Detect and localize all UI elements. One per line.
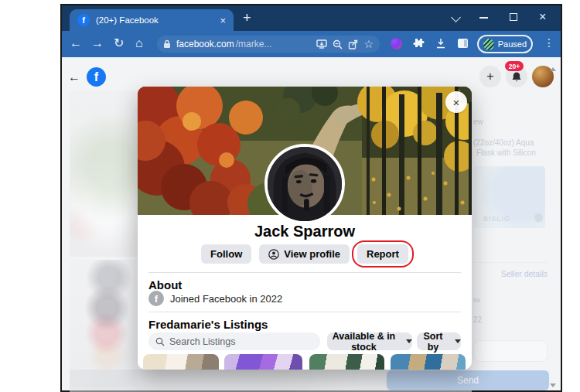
search-input[interactable] — [169, 336, 301, 347]
page-back-arrow[interactable]: ← — [68, 70, 80, 84]
bell-icon — [511, 71, 522, 83]
view-profile-label: View profile — [284, 248, 340, 260]
notification-badge: 20+ — [505, 61, 524, 71]
facebook-favicon-icon: f — [77, 14, 90, 26]
tab-title: (20+) Facebook — [96, 15, 213, 25]
profile-name: Jack Sparrow — [138, 223, 472, 240]
close-window-button[interactable]: × — [539, 10, 546, 24]
browser-menu-kebab-icon[interactable]: ⋮ — [544, 36, 554, 49]
divider — [148, 312, 461, 312]
scrollbar-up-arrow-icon[interactable] — [550, 67, 556, 71]
bg-text-fragment-year: 22 — [473, 315, 482, 324]
bg-item-title-line2: Flask with Silicon — [476, 148, 536, 157]
person-icon — [268, 249, 279, 260]
screenshot-canvas: f (20+) Facebook × + × ← → ↻ ⌂ facebook.… — [0, 0, 580, 392]
tab-close-icon[interactable]: × — [220, 15, 226, 26]
install-app-icon[interactable] — [316, 39, 327, 49]
listing-thumbnail[interactable] — [224, 354, 302, 370]
report-button[interactable]: Report — [357, 244, 408, 264]
side-panel-icon[interactable] — [457, 38, 469, 49]
close-icon: × — [453, 96, 460, 109]
url-host: facebook.com — [176, 39, 234, 49]
listing-thumbnail[interactable] — [143, 354, 219, 370]
profile-modal: × Jack Sparrow Follow — [138, 87, 472, 370]
extension-logo-icon[interactable] — [391, 38, 402, 49]
bg-text-fragment-mid: ss — [473, 296, 480, 304]
seller-details-link[interactable]: Seller details — [473, 269, 548, 278]
sort-by-button[interactable]: Sort by — [417, 332, 461, 350]
action-button-row: Follow View profile Report — [138, 244, 472, 264]
downloads-icon[interactable] — [435, 38, 446, 49]
create-plus-button[interactable]: + — [479, 66, 501, 87]
lock-icon — [163, 39, 171, 49]
browser-tab[interactable]: f (20+) Facebook × — [70, 9, 234, 31]
report-label: Report — [367, 248, 399, 260]
scrollbar-down-arrow-icon[interactable] — [550, 383, 556, 387]
bookmark-star-icon[interactable]: ☆ — [363, 39, 374, 49]
follow-button[interactable]: Follow — [201, 244, 251, 264]
extension-paused-button[interactable]: Paused — [477, 35, 533, 53]
caret-down-icon — [406, 339, 412, 343]
map-info-icon — [534, 213, 543, 222]
send-button[interactable]: Send — [387, 370, 549, 390]
modal-close-button[interactable]: × — [445, 91, 467, 113]
map-city-label: BISLIG — [483, 215, 510, 223]
bg-item-title-line1: (22oz/40oz) Aqua — [473, 138, 534, 147]
paused-label: Paused — [498, 39, 527, 49]
bg-text-fragment-top: ew — [473, 118, 483, 126]
extensions-puzzle-icon[interactable] — [412, 37, 425, 49]
listing-photo-plant — [70, 91, 138, 257]
listing-thumbnail[interactable] — [309, 354, 384, 370]
back-button[interactable]: ← — [70, 37, 82, 49]
address-bar[interactable]: facebook.com/marke... ☆ — [157, 36, 380, 53]
availability-filter-label: Available & in stock — [327, 331, 401, 353]
follow-label: Follow — [210, 248, 242, 260]
joined-text: Joined Facebook in 2022 — [170, 293, 282, 305]
message-input-box[interactable] — [473, 340, 548, 362]
about-heading: About — [148, 278, 182, 291]
paused-extension-logo-icon — [483, 39, 494, 50]
search-icon — [155, 337, 165, 346]
tab-search-chevron-icon[interactable] — [452, 14, 459, 21]
minimize-button[interactable] — [479, 17, 488, 19]
listing-thumbnail[interactable] — [391, 354, 466, 370]
maximize-button[interactable] — [510, 13, 517, 21]
divider — [148, 272, 461, 273]
facebook-gray-icon: f — [148, 291, 164, 306]
listings-heading: Fredamarie's Listings — [148, 318, 268, 331]
new-tab-button[interactable]: + — [243, 11, 251, 25]
availability-filter-button[interactable]: Available & in stock — [327, 332, 412, 350]
facebook-logo[interactable]: f — [87, 67, 106, 87]
search-listings-field[interactable] — [148, 332, 320, 350]
forward-button[interactable]: → — [91, 37, 104, 49]
caret-down-icon — [455, 339, 461, 343]
view-profile-button[interactable]: View profile — [259, 244, 350, 264]
profile-photo — [264, 144, 345, 224]
home-button[interactable]: ⌂ — [135, 37, 143, 49]
url-path: /marke... — [236, 39, 272, 49]
share-icon[interactable] — [348, 39, 358, 49]
reload-button[interactable]: ↻ — [114, 37, 124, 49]
listing-photo-keychain — [70, 260, 138, 387]
divider — [473, 262, 548, 263]
sort-by-label: Sort by — [417, 331, 449, 353]
zoom-out-icon[interactable] — [333, 39, 343, 49]
